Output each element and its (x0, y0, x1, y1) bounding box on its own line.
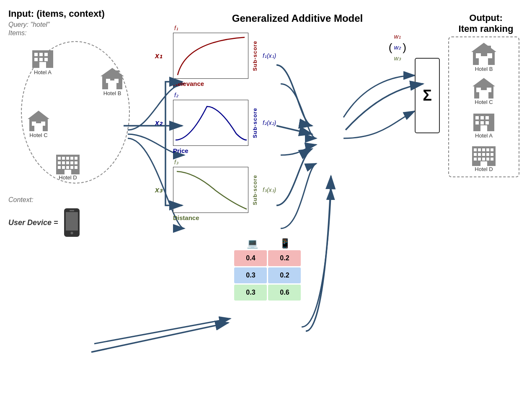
features-container: x₁ f₁ Sub-score f₁(x₁) Relevance (155, 33, 380, 301)
svg-rect-27 (66, 161, 69, 164)
hotel-c-output-label: Hotel C (475, 99, 493, 105)
svg-rect-70 (482, 158, 485, 161)
f1-chart: f₁ (173, 33, 248, 79)
hotel-c-output-icon (471, 76, 496, 99)
f3-label: f₃ (174, 159, 178, 166)
svg-rect-37 (66, 212, 78, 231)
svg-rect-39 (70, 210, 74, 211)
svg-rect-9 (39, 62, 46, 68)
hotel-b-output-icon (470, 41, 498, 66)
w2-label: w₂ (394, 44, 401, 51)
w3-label: w₃ (394, 54, 401, 62)
svg-rect-13 (114, 79, 119, 83)
output-hotel-a: Hotel A (455, 109, 512, 139)
svg-rect-5 (44, 53, 48, 56)
laptop-icon: 💻 (236, 238, 269, 249)
f3-name: Distance (173, 214, 199, 221)
svg-rect-43 (487, 53, 492, 58)
svg-rect-31 (62, 166, 65, 169)
svg-rect-18 (41, 122, 45, 126)
f2-subscore-label: Sub-score (252, 108, 258, 138)
svg-rect-58 (474, 148, 477, 151)
svg-rect-66 (486, 153, 489, 156)
svg-rect-53 (475, 121, 479, 124)
hotel-items: Hotel A Hotel B (22, 42, 129, 183)
hotel-d-label: Hotel D (59, 174, 77, 181)
w3-phone: 0.6 (268, 285, 301, 301)
x3-label: x₃ (155, 185, 170, 194)
hotel-a-label: Hotel A (34, 69, 52, 75)
context-row: User Device = (8, 208, 142, 237)
device-label: User Device = (8, 218, 58, 227)
svg-rect-67 (491, 153, 493, 156)
w1-label: w₁ (394, 33, 401, 40)
svg-rect-8 (44, 58, 48, 61)
f1-name: Relevance (173, 80, 204, 87)
feature-f2: x₂ f₂ Sub-score f₂(x₂) Price (155, 100, 380, 154)
hotel-b-label: Hotel B (103, 90, 121, 96)
hotel-c-label: Hotel C (29, 132, 47, 138)
w2-laptop: 0.3 (234, 267, 267, 283)
hotel-b: Hotel B (100, 67, 125, 96)
output-hotel-c: Hotel C (455, 76, 512, 105)
feature-f3: x₃ f₃ Sub-score f₃(x₃) Distance (155, 167, 380, 221)
context-section: Context: User Device = (8, 196, 142, 237)
hotel-a: Hotel A (30, 46, 55, 75)
svg-rect-24 (75, 157, 77, 160)
svg-rect-7 (39, 58, 43, 61)
mobile-phone-icon (62, 208, 81, 237)
svg-rect-54 (480, 121, 484, 124)
svg-rect-63 (474, 153, 477, 156)
query-value: "hotel" (30, 21, 49, 28)
input-title: Input: (items, context) (8, 8, 142, 19)
main-container: Input: (items, context) Query: "hotel" I… (0, 0, 532, 394)
svg-rect-25 (58, 161, 61, 164)
svg-rect-68 (474, 158, 477, 161)
svg-rect-69 (478, 158, 481, 161)
f1-func-label: f₁(x₁) (263, 52, 276, 59)
hotel-d: Hotel D (55, 151, 80, 181)
svg-rect-33 (70, 166, 73, 169)
f2-func-label: f₂(x₂) (263, 119, 276, 126)
svg-rect-14 (116, 70, 119, 75)
svg-rect-73 (480, 161, 487, 166)
svg-rect-34 (75, 166, 77, 169)
f1-subscore-label: Sub-score (252, 41, 258, 71)
svg-rect-29 (75, 161, 77, 164)
device-icons-row: 💻 📱 (236, 238, 301, 249)
output-title: Output: Item ranking (448, 13, 524, 34)
gam-title: Generalized Additive Model (232, 13, 363, 24)
x1-label: x₁ (155, 51, 170, 60)
weight-matrix-area: 💻 📱 0.4 0.2 0.3 0.2 0.3 0.6 (155, 238, 380, 301)
f3-subscore-label: Sub-score (252, 175, 258, 205)
svg-rect-26 (62, 161, 65, 164)
phone-icon-header: 📱 (269, 238, 301, 249)
query-label: Query: (8, 21, 30, 28)
svg-rect-52 (486, 116, 489, 119)
svg-rect-6 (34, 58, 38, 61)
items-label: Items: (8, 29, 142, 37)
svg-rect-42 (476, 53, 481, 58)
svg-rect-17 (32, 122, 36, 126)
f2-label: f₂ (174, 92, 178, 98)
sigma-container: Σ (415, 58, 440, 133)
svg-rect-30 (58, 166, 61, 169)
items-oval: Hotel A Hotel B (21, 41, 130, 184)
hotel-c: Hotel C (26, 109, 51, 138)
f2-chart: f₂ (173, 100, 248, 146)
hotel-a-output-label: Hotel A (475, 132, 493, 139)
hotel-d-output-label: Hotel D (475, 166, 493, 172)
weight-matrix: 0.4 0.2 0.3 0.2 0.3 0.6 (234, 250, 301, 301)
svg-rect-21 (62, 157, 65, 160)
output-ranking: Hotel B Hotel C (448, 36, 519, 177)
query-text: Query: "hotel" (8, 21, 142, 29)
hotel-d-output-icon (471, 143, 496, 166)
svg-rect-71 (486, 158, 489, 161)
f3-func-label: f₃(x₃) (263, 187, 276, 193)
svg-rect-65 (482, 153, 485, 156)
right-panel: Output: Item ranking Hotel B (440, 8, 524, 177)
svg-rect-48 (487, 88, 491, 92)
svg-point-38 (70, 232, 73, 234)
svg-rect-55 (486, 121, 489, 124)
f3-chart: f₃ (173, 167, 248, 213)
